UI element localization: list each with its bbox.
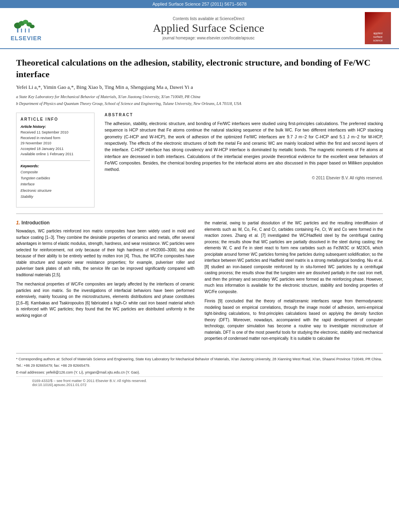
elsevier-logo: ELSEVIER bbox=[8, 15, 44, 41]
abstract-box: ABSTRACT The adhesion, stability, electr… bbox=[105, 113, 383, 180]
journal-title: Applied Surface Science bbox=[52, 22, 365, 35]
article-info-heading: ARTICLE INFO bbox=[21, 117, 90, 121]
svg-rect-7 bbox=[25, 29, 26, 33]
section1-right-paragraph-2: Finnis [9] concluded that the theory of … bbox=[205, 298, 383, 342]
section1-heading: 1. Introduction bbox=[16, 220, 195, 226]
section1-number: 1. bbox=[16, 220, 20, 226]
elsevier-tree-icon bbox=[14, 15, 38, 35]
page: Applied Surface Science 257 (2011) 5671–… bbox=[0, 0, 399, 532]
svg-point-5 bbox=[30, 25, 35, 28]
keyword-5: Stability bbox=[21, 194, 90, 200]
section1-paragraph-2: The mechanical properties of WC/Fe compo… bbox=[16, 281, 195, 318]
keyword-1: Composite bbox=[21, 169, 90, 175]
keyword-4: Electronic structure bbox=[21, 188, 90, 194]
journal-homepage: journal homepage: www.elsevier.com/locat… bbox=[52, 36, 365, 40]
journal-cover-image: applied surface science bbox=[365, 12, 391, 44]
affiliation-a: a State Key Laboratory for Mechanical Be… bbox=[16, 94, 383, 100]
journal-title-area: Contents lists available at ScienceDirec… bbox=[52, 16, 365, 40]
info-divider bbox=[21, 160, 90, 161]
abstract-column: ABSTRACT The adhesion, stability, electr… bbox=[105, 113, 383, 207]
abstract-heading: ABSTRACT bbox=[105, 113, 383, 117]
footnote-star: * Corresponding authors at: School of Ma… bbox=[16, 357, 383, 362]
bottom-bar: 0169-4332/$ – see front matter © 2011 El… bbox=[16, 376, 383, 389]
body-columns: 1. Introduction Nowadays, WC particles r… bbox=[16, 220, 383, 345]
keyword-3: Interface bbox=[21, 181, 90, 187]
doi-line: doi:10.1016/j.apsusc.2011.01.072 bbox=[32, 383, 86, 387]
section1-right-paragraph-1: the material, owing to partial dissoluti… bbox=[205, 220, 383, 295]
body-left-column: 1. Introduction Nowadays, WC particles r… bbox=[16, 220, 195, 345]
footnote-area: * Corresponding authors at: School of Ma… bbox=[16, 353, 383, 376]
journal-header: ELSEVIER Contents lists available at Sci… bbox=[0, 8, 399, 49]
keywords-list: Composite Tungsten carbides Interface El… bbox=[21, 169, 90, 200]
keywords-section: Keywords: Composite Tungsten carbides In… bbox=[21, 164, 90, 200]
cover-text: applied surface science bbox=[373, 31, 383, 42]
footnote-tel: Tel.: +86 29 82665479; fax: +86 29 82665… bbox=[16, 363, 383, 369]
affiliation-b: b Department of Physics and Quantum Theo… bbox=[16, 101, 383, 107]
authors-text: Yefei Li a,*, Yimin Gao a,*, Bing Xiao b… bbox=[16, 84, 193, 90]
sciencedirect-prefix: Contents lists available at ScienceDirec… bbox=[173, 16, 245, 21]
journal-citation-bar: Applied Surface Science 257 (2011) 5671–… bbox=[0, 0, 399, 8]
authors-line: Yefei Li a,*, Yimin Gao a,*, Bing Xiao b… bbox=[16, 84, 383, 90]
received-date: Received 11 September 2010 bbox=[21, 130, 90, 136]
article-info-column: ARTICLE INFO Article history: Received 1… bbox=[16, 113, 95, 207]
journal-citation: Applied Surface Science 257 (2011) 5671–… bbox=[152, 2, 247, 6]
svg-rect-0 bbox=[17, 28, 19, 33]
section1-title: Introduction bbox=[21, 220, 49, 226]
revised-label: Received in revised form bbox=[21, 136, 90, 141]
copyright-line: © 2011 Elsevier B.V. All rights reserved… bbox=[105, 176, 383, 180]
article-info-box: ARTICLE INFO Article history: Received 1… bbox=[16, 113, 95, 207]
section1-paragraph-1: Nowadays, WC particles reinforced iron m… bbox=[16, 228, 195, 278]
body-divider bbox=[16, 214, 383, 214]
keywords-heading: Keywords: bbox=[21, 164, 90, 168]
article-history-section: Article history: Received 11 September 2… bbox=[21, 125, 90, 157]
affiliations: a State Key Laboratory for Mechanical Be… bbox=[16, 94, 383, 107]
abstract-text: The adhesion, stability, electronic stru… bbox=[105, 120, 383, 173]
svg-rect-8 bbox=[29, 29, 29, 33]
svg-rect-6 bbox=[21, 29, 22, 33]
elsevier-wordmark: ELSEVIER bbox=[10, 35, 41, 41]
issn-line: 0169-4332/$ – see front matter © 2011 El… bbox=[32, 379, 147, 383]
info-abstract-columns: ARTICLE INFO Article history: Received 1… bbox=[16, 113, 383, 207]
body-right-column: the material, owing to partial dissoluti… bbox=[205, 220, 383, 345]
sciencedirect-line: Contents lists available at ScienceDirec… bbox=[52, 16, 365, 21]
article-title: Theoretical calculations on the adhesion… bbox=[16, 57, 383, 80]
revised-date: 29 November 2010 bbox=[21, 141, 90, 146]
keyword-2: Tungsten carbides bbox=[21, 175, 90, 181]
available-date: Available online 1 February 2011 bbox=[21, 152, 90, 157]
article-history-heading: Article history: bbox=[21, 125, 90, 129]
accepted-date: Accepted 18 January 2011 bbox=[21, 146, 90, 152]
footnote-email: E-mail addresses: yefeili@126.com (Y. Li… bbox=[16, 370, 383, 376]
main-content: Theoretical calculations on the adhesion… bbox=[0, 49, 399, 397]
